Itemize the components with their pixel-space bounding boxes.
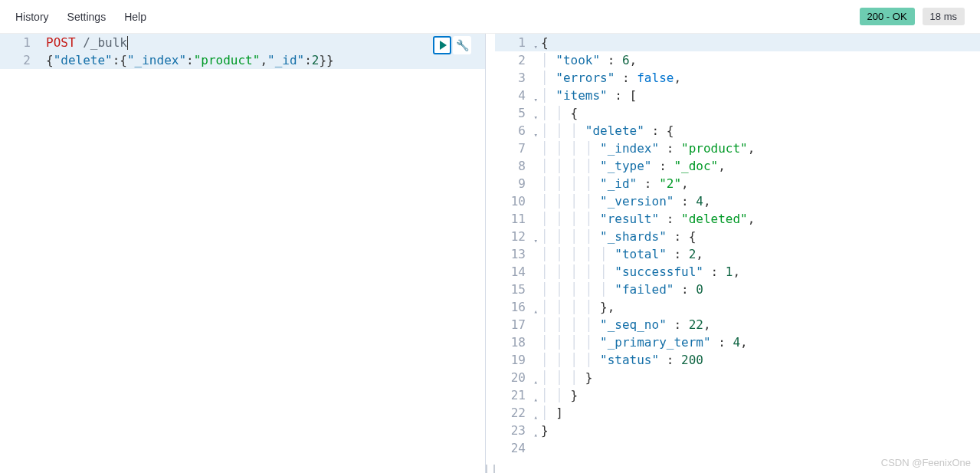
response-line: 2│ "took" : 6,	[495, 51, 980, 69]
response-line: 3│ "errors" : false,	[495, 69, 980, 87]
line-number: 7	[495, 140, 532, 157]
cursor	[127, 36, 128, 50]
line-number: 3	[495, 69, 532, 87]
line-number: 1	[0, 34, 38, 51]
response-line: 7│ │ │ │ "_index" : "product",	[495, 140, 980, 157]
line-number: 22▴	[495, 404, 532, 422]
response-viewer[interactable]: 1▾{2│ "took" : 6,3│ "errors" : false,4▾│…	[495, 34, 980, 473]
code-content: │ │ │ │ │ "successful" : 1,	[532, 263, 980, 281]
line-number: 2	[0, 51, 38, 69]
response-line: 15│ │ │ │ │ "failed" : 0	[495, 281, 980, 298]
request-editor[interactable]: 🔧 1 POST /_bulk 2 {"delete":{"_index":"p…	[0, 34, 486, 473]
response-line: 19│ │ │ │ "status" : 200	[495, 351, 980, 369]
response-line: 10│ │ │ │ "_version" : 4,	[495, 192, 980, 210]
line-number: 18	[495, 333, 532, 351]
response-line: 24	[495, 439, 980, 457]
code-content: │ │ │ │ "_version" : 4,	[532, 192, 980, 210]
timing-badge: 18 ms	[923, 8, 965, 25]
response-line: 16▴│ │ │ │ },	[495, 298, 980, 316]
play-icon	[440, 41, 447, 50]
code-content	[532, 439, 980, 457]
status-badge: 200 - OK	[860, 8, 915, 25]
code-content: │ │ │ │ "result" : "deleted",	[532, 210, 980, 228]
split-panes: 🔧 1 POST /_bulk 2 {"delete":{"_index":"p…	[0, 34, 980, 473]
response-line: 13│ │ │ │ │ "total" : 2,	[495, 245, 980, 263]
response-line: 14│ │ │ │ │ "successful" : 1,	[495, 263, 980, 281]
fold-close-icon[interactable]: ▴	[534, 391, 538, 409]
code-content[interactable]: POST /_bulk	[38, 34, 485, 51]
line-number: 12▾	[495, 228, 532, 245]
code-content: │ │ }	[532, 386, 980, 404]
response-line: 1▾{	[495, 34, 980, 51]
fold-open-icon[interactable]: ▾	[534, 109, 538, 126]
code-content: │ "errors" : false,	[532, 69, 980, 87]
status-area: 200 - OK 18 ms	[860, 8, 965, 25]
line-number: 10	[495, 192, 532, 210]
response-line: 18│ │ │ │ "_primary_term" : 4,	[495, 333, 980, 351]
nav-help[interactable]: Help	[124, 11, 146, 23]
code-content: │ │ │ }	[532, 369, 980, 386]
line-number: 20▴	[495, 369, 532, 386]
response-line: 20▴│ │ │ }	[495, 369, 980, 386]
line-number: 9	[495, 175, 532, 192]
code-content: │ │ │ │ "_index" : "product",	[532, 140, 980, 157]
code-content: │ │ │ │ },	[532, 298, 980, 316]
line-number: 21▴	[495, 386, 532, 404]
code-content: {	[532, 34, 980, 51]
line-number: 8	[495, 157, 532, 175]
code-content: │ │ │ │ "_id" : "2",	[532, 175, 980, 192]
code-content: │ │ {	[532, 104, 980, 122]
fold-open-icon[interactable]: ▾	[534, 38, 538, 56]
fold-open-icon[interactable]: ▾	[534, 232, 538, 250]
response-line: 8│ │ │ │ "_type" : "_doc",	[495, 157, 980, 175]
nav-history[interactable]: History	[15, 11, 49, 23]
nav: History Settings Help	[15, 11, 146, 23]
code-content: │ │ │ │ │ "total" : 2,	[532, 245, 980, 263]
response-line: 22▴│ ]	[495, 404, 980, 422]
wrench-icon: 🔧	[456, 39, 469, 51]
code-content: │ │ │ │ "_primary_term" : 4,	[532, 333, 980, 351]
line-number: 17	[495, 316, 532, 333]
code-content: │ │ │ "delete" : {	[532, 122, 980, 140]
fold-open-icon[interactable]: ▾	[534, 91, 538, 109]
response-line: 4▾│ "items" : [	[495, 87, 980, 104]
line-number: 14	[495, 263, 532, 281]
line-number: 16▴	[495, 298, 532, 316]
header: History Settings Help 200 - OK 18 ms	[0, 0, 980, 34]
code-content: │ "items" : [	[532, 87, 980, 104]
fold-open-icon[interactable]: ▾	[534, 126, 538, 144]
code-content: │ "took" : 6,	[532, 51, 980, 69]
code-content: │ │ │ │ "_seq_no" : 22,	[532, 316, 980, 333]
run-actions: 🔧	[433, 36, 471, 54]
request-line[interactable]: 2 {"delete":{"_index":"product","_id":2}…	[0, 51, 485, 69]
fold-close-icon[interactable]: ▴	[534, 409, 538, 426]
response-line: 12▾│ │ │ │ "_shards" : {	[495, 228, 980, 245]
fold-close-icon[interactable]: ▴	[534, 373, 538, 391]
wrench-button[interactable]: 🔧	[453, 36, 471, 54]
line-number: 2	[495, 51, 532, 69]
fold-close-icon[interactable]: ▴	[534, 426, 538, 444]
response-line: 5▾│ │ {	[495, 104, 980, 122]
code-content: │ │ │ │ "_type" : "_doc",	[532, 157, 980, 175]
code-content[interactable]: {"delete":{"_index":"product","_id":2}}	[38, 51, 485, 69]
line-number: 15	[495, 281, 532, 298]
fold-close-icon[interactable]: ▴	[534, 303, 538, 320]
code-content: │ │ │ │ "status" : 200	[532, 351, 980, 369]
line-number: 1▾	[495, 34, 532, 51]
line-number: 19	[495, 351, 532, 369]
code-content: │ │ │ │ "_shards" : {	[532, 228, 980, 245]
run-button[interactable]	[433, 36, 451, 54]
response-line: 17│ │ │ │ "_seq_no" : 22,	[495, 316, 980, 333]
response-line: 23▴}	[495, 422, 980, 439]
line-number: 23▴	[495, 422, 532, 439]
pane-resize-handle[interactable]: ❘❘	[486, 34, 495, 473]
code-content: │ │ │ │ │ "failed" : 0	[532, 281, 980, 298]
line-number: 11	[495, 210, 532, 228]
response-line: 9│ │ │ │ "_id" : "2",	[495, 175, 980, 192]
line-number: 24	[495, 439, 532, 457]
nav-settings[interactable]: Settings	[67, 11, 107, 23]
request-line[interactable]: 1 POST /_bulk	[0, 34, 485, 51]
line-number: 6▾	[495, 122, 532, 140]
line-number: 4▾	[495, 87, 532, 104]
line-number: 5▾	[495, 104, 532, 122]
